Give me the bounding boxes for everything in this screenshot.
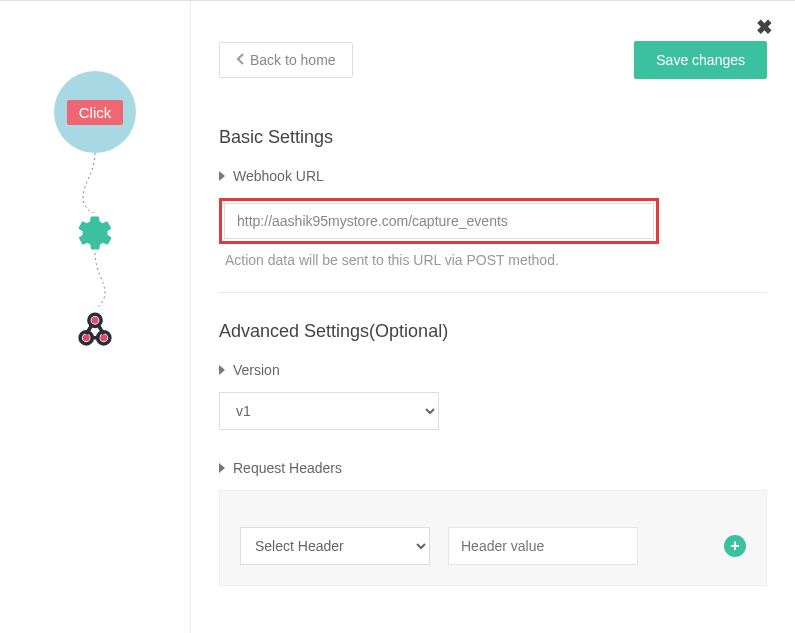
chevron-right-icon <box>219 365 225 375</box>
svg-point-5 <box>92 317 99 324</box>
advanced-settings-title: Advanced Settings(Optional) <box>219 321 767 342</box>
version-label: Version <box>219 362 767 378</box>
webhook-url-label: Webhook URL <box>219 168 767 184</box>
save-button[interactable]: Save changes <box>634 41 767 79</box>
webhook-icon <box>74 308 116 350</box>
svg-point-4 <box>100 334 107 341</box>
chevron-right-icon <box>219 171 225 181</box>
header-value-input[interactable] <box>448 527 638 565</box>
svg-point-3 <box>83 334 90 341</box>
request-headers-label: Request Headers <box>219 460 767 476</box>
chevron-right-icon <box>219 463 225 473</box>
section-divider <box>219 292 767 293</box>
connector-2 <box>25 253 165 308</box>
basic-settings-title: Basic Settings <box>219 127 767 148</box>
back-button[interactable]: Back to home <box>219 42 353 78</box>
connector-1 <box>25 153 165 213</box>
trigger-node[interactable]: Click <box>54 71 136 153</box>
webhook-help-text: Action data will be sent to this URL via… <box>225 252 767 268</box>
headers-panel: Select Header + <box>219 490 767 586</box>
header-name-select[interactable]: Select Header <box>240 527 430 565</box>
gear-icon <box>75 213 115 253</box>
click-badge: Click <box>67 100 124 125</box>
main-panel: Back to home Save changes Basic Settings… <box>190 1 795 633</box>
workflow-sidebar: Click <box>25 71 165 350</box>
webhook-node[interactable] <box>74 308 116 350</box>
top-bar: Back to home Save changes <box>219 41 767 79</box>
header-row: Select Header + <box>240 527 746 565</box>
add-header-button[interactable]: + <box>724 535 746 557</box>
webhook-url-input[interactable] <box>224 203 654 239</box>
webhook-url-highlight <box>219 198 659 244</box>
version-select[interactable]: v1 <box>219 392 439 430</box>
processor-node[interactable] <box>75 213 115 253</box>
plus-icon: + <box>730 537 739 555</box>
back-label: Back to home <box>250 52 336 68</box>
chevron-left-icon <box>236 52 244 68</box>
